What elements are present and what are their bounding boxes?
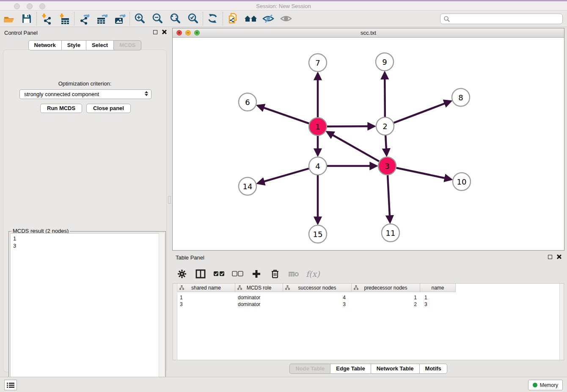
tab-select[interactable]: Select [86, 40, 113, 50]
mcds-result-group: MCDS result (2 nodes) 1 3 [8, 231, 166, 392]
cell-successor-nodes[interactable]: 4 [283, 294, 352, 301]
cell-mcds-role[interactable]: dominator [235, 294, 283, 301]
cell-name[interactable]: 1 [420, 294, 456, 301]
control-panel-tabs: Network Style Select MCDS [0, 40, 170, 50]
home-overview-icon[interactable] [242, 11, 259, 26]
criterion-value: strongly connected component [24, 91, 99, 97]
search-input[interactable] [450, 16, 562, 22]
mcds-result-scrollbar[interactable] [159, 233, 164, 392]
cell-shared-name[interactable]: 3 [177, 301, 235, 308]
tab-mcds[interactable]: MCDS [113, 40, 141, 50]
float-panel-icon[interactable] [153, 30, 157, 34]
zoom-in-icon[interactable] [131, 11, 149, 26]
task-history-button[interactable] [4, 380, 17, 390]
add-icon[interactable] [250, 268, 263, 280]
cell-name[interactable]: 3 [420, 301, 456, 308]
delete-icon[interactable] [269, 268, 281, 280]
cell-shared-name[interactable]: 1 [177, 294, 235, 301]
network-window-titlebar[interactable]: × − + scc.txt [173, 28, 564, 38]
graph-edge-3-1[interactable] [332, 135, 379, 161]
tab-node-table[interactable]: Node Table [289, 364, 330, 374]
zoom-out-icon[interactable] [149, 11, 166, 26]
column-header-predecessor-nodes[interactable]: predecessor nodes [352, 284, 420, 292]
graph-edge-1-6[interactable] [263, 108, 309, 124]
tab-network-table[interactable]: Network Table [371, 364, 419, 374]
cell-predecessor-nodes[interactable]: 2 [352, 301, 420, 308]
graph-node-label-14: 14 [243, 182, 253, 191]
clone-network-icon[interactable] [224, 11, 242, 26]
main-toolbar [0, 11, 567, 27]
settings-gear-icon[interactable] [176, 268, 188, 280]
show-all-icon[interactable] [277, 11, 295, 26]
cell-predecessor-nodes[interactable]: 1 [352, 294, 420, 301]
import-table-icon[interactable] [55, 11, 73, 26]
zoom-fit-icon[interactable] [166, 11, 184, 26]
zoom-selected-icon[interactable] [184, 11, 202, 26]
graph-edge-3-11[interactable] [388, 175, 390, 217]
tab-network[interactable]: Network [28, 40, 61, 50]
graph-edge-2-8[interactable] [394, 103, 446, 123]
app-titlebar: Session: New Session [0, 0, 567, 11]
graph-edge-2-9[interactable] [385, 78, 385, 117]
close-table-panel-icon[interactable] [556, 254, 561, 259]
tab-motifs[interactable]: Motifs [419, 364, 447, 374]
table-row[interactable]: 1 dominator 4 1 1 [177, 294, 456, 301]
graph-node-label-4: 4 [315, 162, 320, 171]
window-title: Session: New Session [0, 3, 567, 9]
search-field[interactable] [440, 14, 563, 24]
toolbar-separator [36, 12, 37, 25]
delete-column-icon[interactable] [287, 268, 300, 280]
table-scrollbar[interactable] [559, 284, 564, 360]
close-panel-icon[interactable] [162, 30, 166, 34]
column-header-name[interactable]: name [420, 284, 456, 292]
tab-edge-table[interactable]: Edge Table [330, 364, 370, 374]
control-panel-header: Control Panel [0, 27, 170, 38]
graph-node-label-1: 1 [315, 122, 320, 131]
criterion-select[interactable]: strongly connected component [19, 89, 151, 99]
table-panel-title: Table Panel [176, 254, 204, 261]
column-header-mcds-role[interactable]: MCDS role [235, 284, 283, 292]
open-session-icon[interactable] [0, 11, 18, 26]
table-toolbar: f(x) [176, 267, 320, 281]
graph-node-label-6: 6 [245, 98, 250, 107]
network-view-window: × − + scc.txt 7968124314101511 [172, 28, 564, 251]
network-graph-canvas[interactable]: 7968124314101511 [173, 38, 564, 251]
export-network-icon[interactable] [75, 11, 93, 26]
tab-style[interactable]: Style [61, 40, 86, 50]
column-view-icon[interactable] [194, 268, 207, 280]
network-window-title: scc.txt [173, 30, 564, 36]
graph-edge-3-10[interactable] [396, 168, 446, 179]
mcds-panel-body: Optimization criterion: strongly connect… [3, 50, 167, 372]
run-mcds-button[interactable]: Run MCDS [40, 104, 82, 113]
deselect-all-checkbox-icon[interactable] [231, 268, 244, 280]
memory-button[interactable]: Memory [528, 380, 563, 390]
save-session-icon[interactable] [18, 11, 36, 26]
toolbar-separator [223, 12, 223, 25]
graph-node-label-3: 3 [385, 162, 389, 171]
toolbar-separator [129, 12, 130, 25]
graph-node-label-7: 7 [315, 58, 320, 67]
table-panel: Table Panel f(x) [172, 253, 564, 377]
graph-edge-1-2[interactable] [327, 126, 369, 127]
cell-successor-nodes[interactable]: 3 [283, 301, 352, 308]
optimization-criterion-label: Optimization criterion: [3, 80, 166, 87]
export-image-icon[interactable] [111, 11, 129, 26]
export-table-icon[interactable] [93, 11, 111, 26]
close-panel-button[interactable]: Close panel [86, 104, 131, 113]
cell-mcds-role[interactable]: dominator [235, 301, 283, 308]
graph-edge-2-3[interactable] [385, 135, 386, 150]
column-header-shared-name[interactable]: shared name [177, 284, 235, 292]
table-tabs: Node Table Edge Table Network Table Moti… [172, 364, 564, 374]
function-builder-icon[interactable]: f(x) [306, 269, 320, 279]
search-icon [443, 16, 450, 22]
vertical-splitter-handle[interactable] [168, 196, 171, 204]
column-header-successor-nodes[interactable]: successor nodes [283, 284, 352, 292]
import-network-icon[interactable] [38, 11, 55, 26]
refresh-icon[interactable] [204, 11, 222, 26]
select-all-checkbox-icon[interactable] [213, 268, 226, 280]
memory-status-icon [533, 383, 537, 387]
graph-edge-4-14[interactable] [263, 168, 309, 182]
hide-selected-icon[interactable] [259, 11, 277, 26]
table-row[interactable]: 3 dominator 3 2 3 [177, 301, 456, 308]
float-table-panel-icon[interactable] [548, 255, 552, 259]
